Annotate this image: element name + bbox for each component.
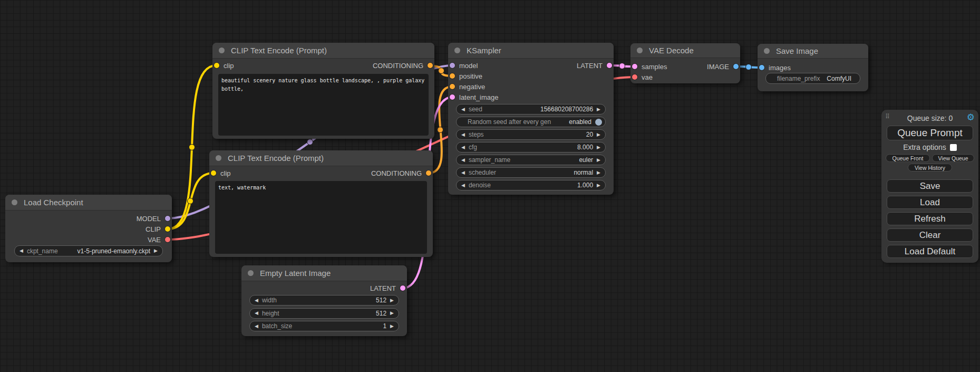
- widget-filename-prefix[interactable]: filename_prefix ComfyUI: [765, 73, 860, 84]
- decrement-icon[interactable]: ◀: [461, 158, 465, 163]
- vae-slot-icon[interactable]: [632, 74, 637, 80]
- collapse-dot-icon[interactable]: [764, 48, 770, 54]
- widget-cfg[interactable]: ◀ cfg 8.000 ▶: [456, 142, 606, 152]
- output-slot-vae[interactable]: VAE: [148, 234, 170, 245]
- node-ksampler[interactable]: KSampler model LATENT positive negative …: [448, 43, 614, 195]
- gear-icon[interactable]: ⚙: [967, 112, 975, 123]
- increment-icon[interactable]: ▶: [154, 249, 158, 253]
- widget-sampler-name[interactable]: ◀ sampler_name euler ▶: [456, 155, 606, 165]
- collapse-dot-icon[interactable]: [12, 199, 17, 205]
- load-default-button[interactable]: Load Default: [887, 245, 973, 258]
- input-slot-samples[interactable]: samples: [632, 61, 667, 72]
- widget-scheduler[interactable]: ◀ scheduler normal ▶: [456, 167, 606, 178]
- model-slot-icon[interactable]: [165, 216, 170, 221]
- collapse-dot-icon[interactable]: [454, 47, 460, 53]
- increment-icon[interactable]: ▶: [597, 158, 600, 163]
- widget-seed[interactable]: ◀ seed 156680208700286 ▶: [456, 104, 606, 115]
- increment-icon[interactable]: ▶: [597, 170, 600, 175]
- collapse-dot-icon[interactable]: [219, 47, 225, 53]
- latent-slot-icon[interactable]: [632, 64, 637, 69]
- increment-icon[interactable]: ▶: [390, 311, 394, 316]
- collapse-dot-icon[interactable]: [216, 155, 221, 161]
- widget-random-seed-toggle[interactable]: Random seed after every gen enabled: [456, 117, 606, 127]
- save-button[interactable]: Save: [887, 179, 973, 193]
- conditioning-slot-icon[interactable]: [450, 84, 455, 89]
- decrement-icon[interactable]: ◀: [461, 132, 465, 137]
- increment-icon[interactable]: ▶: [597, 145, 600, 150]
- decrement-icon[interactable]: ◀: [461, 170, 465, 175]
- clip-slot-icon[interactable]: [214, 63, 219, 68]
- node-clip-text-encode-positive[interactable]: CLIP Text Encode (Prompt) clip CONDITION…: [212, 43, 434, 139]
- input-slot-model[interactable]: model: [450, 60, 478, 71]
- increment-icon[interactable]: ▶: [597, 107, 600, 112]
- view-history-button[interactable]: View History: [908, 164, 952, 171]
- node-header[interactable]: KSampler: [448, 43, 614, 59]
- clear-button[interactable]: Clear: [887, 228, 973, 242]
- prompt-textarea[interactable]: beautiful scenery nature glass bottle la…: [218, 74, 429, 136]
- decrement-icon[interactable]: ◀: [255, 324, 258, 329]
- input-slot-images[interactable]: images: [759, 62, 791, 73]
- increment-icon[interactable]: ▶: [390, 324, 394, 329]
- collapse-dot-icon[interactable]: [248, 270, 254, 276]
- widget-width[interactable]: ◀ width 512 ▶: [249, 295, 399, 306]
- increment-icon[interactable]: ▶: [390, 298, 394, 303]
- image-slot-icon[interactable]: [733, 64, 739, 69]
- node-clip-text-encode-negative[interactable]: CLIP Text Encode (Prompt) clip CONDITION…: [209, 150, 433, 257]
- output-slot-latent[interactable]: LATENT: [577, 60, 612, 71]
- node-load-checkpoint[interactable]: Load Checkpoint MODEL CLIP VAE ◀ ckpt_na…: [5, 195, 172, 262]
- widget-batch-size[interactable]: ◀ batch_size 1 ▶: [249, 321, 399, 331]
- conditioning-slot-icon[interactable]: [450, 73, 455, 79]
- latent-slot-icon[interactable]: [450, 94, 455, 100]
- node-header[interactable]: CLIP Text Encode (Prompt): [212, 43, 434, 59]
- image-slot-icon[interactable]: [759, 65, 764, 70]
- output-slot-conditioning[interactable]: CONDITIONING: [373, 60, 433, 71]
- vae-slot-icon[interactable]: [165, 237, 170, 242]
- node-graph-canvas[interactable]: Load Checkpoint MODEL CLIP VAE ◀ ckpt_na…: [0, 0, 980, 372]
- input-slot-vae[interactable]: vae: [632, 72, 653, 82]
- output-slot-latent[interactable]: LATENT: [370, 283, 405, 293]
- node-header[interactable]: Empty Latent Image: [241, 265, 407, 281]
- widget-steps[interactable]: ◀ steps 20 ▶: [456, 129, 606, 140]
- decrement-icon[interactable]: ◀: [20, 249, 23, 253]
- prompt-textarea[interactable]: text, watermark: [215, 181, 427, 254]
- node-vae-decode[interactable]: VAE Decode samples IMAGE vae: [630, 43, 740, 83]
- decrement-icon[interactable]: ◀: [461, 183, 465, 188]
- node-header[interactable]: VAE Decode: [630, 43, 740, 58]
- output-slot-clip[interactable]: CLIP: [145, 224, 170, 234]
- refresh-button[interactable]: Refresh: [887, 212, 973, 225]
- output-slot-conditioning[interactable]: CONDITIONING: [371, 168, 431, 178]
- collapse-dot-icon[interactable]: [637, 47, 643, 53]
- decrement-icon[interactable]: ◀: [255, 311, 258, 316]
- queue-prompt-button[interactable]: Queue Prompt: [887, 126, 973, 140]
- node-header[interactable]: CLIP Text Encode (Prompt): [209, 150, 433, 166]
- conditioning-slot-icon[interactable]: [428, 63, 433, 68]
- extra-options-checkbox[interactable]: [950, 144, 957, 151]
- input-slot-negative[interactable]: negative: [450, 81, 485, 92]
- node-save-image[interactable]: Save Image images filename_prefix ComfyU…: [758, 44, 868, 91]
- input-slot-clip[interactable]: clip: [211, 168, 231, 178]
- latent-slot-icon[interactable]: [400, 285, 405, 291]
- output-slot-model[interactable]: MODEL: [137, 213, 170, 224]
- conditioning-slot-icon[interactable]: [426, 170, 431, 176]
- widget-ckpt-name[interactable]: ◀ ckpt_name v1-5-pruned-emaonly.ckpt ▶: [14, 245, 163, 256]
- widget-denoise[interactable]: ◀ denoise 1.000 ▶: [456, 180, 606, 190]
- clip-slot-icon[interactable]: [165, 226, 170, 232]
- queue-panel[interactable]: ⠿ Queue size: 0 ⚙ Queue Prompt Extra opt…: [881, 110, 978, 263]
- model-slot-icon[interactable]: [450, 63, 455, 68]
- latent-slot-icon[interactable]: [607, 63, 612, 68]
- input-slot-latent-image[interactable]: latent_image: [450, 92, 498, 102]
- queue-front-button[interactable]: Queue Front: [886, 154, 930, 162]
- increment-icon[interactable]: ▶: [597, 132, 600, 137]
- decrement-icon[interactable]: ◀: [461, 145, 465, 150]
- increment-icon[interactable]: ▶: [597, 183, 600, 188]
- input-slot-clip[interactable]: clip: [214, 60, 234, 71]
- node-header[interactable]: Load Checkpoint: [5, 195, 172, 211]
- clip-slot-icon[interactable]: [211, 170, 216, 176]
- decrement-icon[interactable]: ◀: [461, 107, 465, 112]
- node-header[interactable]: Save Image: [758, 44, 868, 59]
- toggle-icon[interactable]: [595, 119, 602, 126]
- widget-height[interactable]: ◀ height 512 ▶: [249, 308, 399, 319]
- decrement-icon[interactable]: ◀: [255, 298, 258, 303]
- node-empty-latent-image[interactable]: Empty Latent Image LATENT ◀ width 512 ▶ …: [241, 265, 407, 336]
- view-queue-button[interactable]: View Queue: [932, 154, 974, 162]
